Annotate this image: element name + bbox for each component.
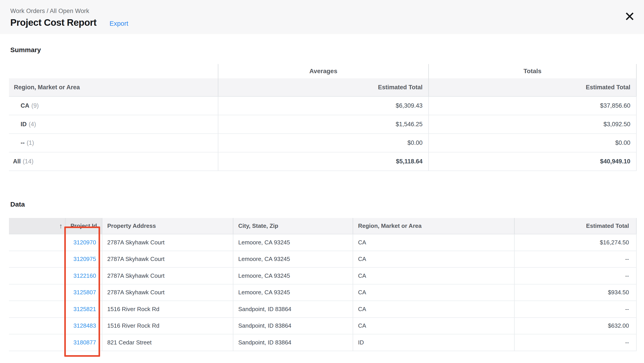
estimated-total-cell: -- — [514, 301, 636, 317]
close-button[interactable] — [625, 12, 634, 21]
blank-cell — [9, 334, 66, 351]
column-header-estimated-total[interactable]: Estimated Total — [514, 218, 636, 234]
project-id-link[interactable]: 3122160 — [74, 272, 96, 279]
summary-avg-value: $0.00 — [218, 134, 429, 152]
blank-cell — [9, 234, 66, 251]
page-title: Project Cost Report — [10, 17, 96, 28]
column-header-property-address[interactable]: Property Address — [102, 218, 233, 234]
region-cell: CA — [353, 285, 514, 301]
project-id-link[interactable]: 3180877 — [74, 339, 96, 346]
property-address-cell: 2787A Skyhawk Court — [102, 234, 233, 251]
summary-row-label: ID (4) — [9, 115, 218, 133]
property-address-cell: 2787A Skyhawk Court — [102, 251, 233, 267]
summary-group-header-row: Averages Totals — [9, 64, 636, 78]
summary-avg-value: $1,546.25 — [218, 115, 429, 133]
property-address-cell: 2787A Skyhawk Court — [102, 268, 233, 284]
project-id-link[interactable]: 3120970 — [74, 239, 96, 246]
summary-heading: Summary — [10, 34, 644, 54]
estimated-total-cell: -- — [514, 251, 636, 267]
city-state-zip-cell: Lemoore, CA 93245 — [233, 285, 353, 301]
summary-col-total-estimated-total: Estimated Total — [429, 78, 636, 96]
blank-cell — [9, 318, 66, 334]
close-icon — [625, 18, 634, 21]
summary-row-label: CA (9) — [9, 97, 218, 115]
table-row: 3120975 2787A Skyhawk Court Lemoore, CA … — [9, 251, 636, 268]
estimated-total-cell: -- — [514, 334, 636, 351]
blank-cell — [9, 268, 66, 284]
city-state-zip-cell: Lemoore, CA 93245 — [233, 268, 353, 284]
city-state-zip-cell: Lemoore, CA 93245 — [233, 251, 353, 267]
project-id-cell: 3128483 — [66, 318, 102, 334]
table-row: 3180877 821 Cedar Street Sandpoint, ID 8… — [9, 334, 636, 351]
region-cell: CA — [353, 318, 514, 334]
summary-group-totals: Totals — [429, 64, 636, 78]
table-row: 3120970 2787A Skyhawk Court Lemoore, CA … — [9, 234, 636, 251]
summary-row-label: -- (1) — [9, 134, 218, 152]
project-id-cell: 3125807 — [66, 285, 102, 301]
city-state-zip-cell: Sandpoint, ID 83864 — [233, 318, 353, 334]
blank-cell — [9, 251, 66, 267]
project-id-cell: 3120975 — [66, 251, 102, 267]
project-id-cell: 3180877 — [66, 334, 102, 351]
table-row: 3125821 1516 River Rock Rd Sandpoint, ID… — [9, 301, 636, 318]
summary-row-none: -- (1) $0.00 $0.00 — [9, 134, 636, 152]
region-cell: ID — [353, 334, 514, 351]
summary-total-value: $0.00 — [429, 134, 636, 152]
export-link[interactable]: Export — [110, 20, 128, 27]
region-cell: CA — [353, 301, 514, 317]
summary-avg-value: $5,118.64 — [218, 152, 429, 171]
region-cell: CA — [353, 251, 514, 267]
region-cell: CA — [353, 234, 514, 251]
estimated-total-cell: $632.00 — [514, 318, 636, 334]
city-state-zip-cell: Lemoore, CA 93245 — [233, 234, 353, 251]
project-id-cell: 3125821 — [66, 301, 102, 317]
data-table: ↑ Project Id Property Address City, Stat… — [9, 218, 636, 351]
blank-cell — [9, 285, 66, 301]
table-row: 3122160 2787A Skyhawk Court Lemoore, CA … — [9, 268, 636, 285]
table-row: 3128483 1516 River Rock Rd Sandpoint, ID… — [9, 318, 636, 335]
summary-col-region: Region, Market or Area — [9, 78, 218, 96]
title-row: Project Cost Report Export — [10, 17, 634, 28]
property-address-cell: 1516 River Rock Rd — [102, 318, 233, 334]
project-id-link[interactable]: 3125807 — [74, 289, 96, 296]
column-header-project-id[interactable]: Project Id — [66, 218, 102, 234]
city-state-zip-cell: Sandpoint, ID 83864 — [233, 334, 353, 351]
report-header: Work Orders / All Open Work Project Cost… — [0, 0, 644, 34]
summary-row-label: All (14) — [9, 152, 218, 171]
project-id-cell: 3122160 — [66, 268, 102, 284]
summary-row-all: All (14) $5,118.64 $40,949.10 — [9, 152, 636, 171]
data-header-row: ↑ Project Id Property Address City, Stat… — [9, 218, 636, 234]
estimated-total-cell: -- — [514, 268, 636, 284]
sort-ascending-icon: ↑ — [59, 222, 62, 230]
project-id-cell: 3120970 — [66, 234, 102, 251]
project-id-link[interactable]: 3128483 — [74, 322, 96, 329]
property-address-cell: 821 Cedar Street — [102, 334, 233, 351]
summary-avg-value: $6,309.43 — [218, 97, 429, 115]
summary-column-header-row: Region, Market or Area Estimated Total E… — [9, 78, 636, 97]
summary-total-value: $3,092.50 — [429, 115, 636, 133]
column-header-blank-sorted[interactable]: ↑ — [9, 218, 66, 234]
blank-cell — [9, 301, 66, 317]
region-cell: CA — [353, 268, 514, 284]
summary-row-id: ID (4) $1,546.25 $3,092.50 — [9, 115, 636, 134]
column-header-region[interactable]: Region, Market or Area — [353, 218, 514, 234]
summary-table: Averages Totals Region, Market or Area E… — [9, 64, 636, 171]
summary-row-ca: CA (9) $6,309.43 $37,856.60 — [9, 97, 636, 115]
project-id-link[interactable]: 3125821 — [74, 306, 96, 313]
estimated-total-cell: $934.50 — [514, 285, 636, 301]
property-address-cell: 2787A Skyhawk Court — [102, 285, 233, 301]
table-row: 3125807 2787A Skyhawk Court Lemoore, CA … — [9, 285, 636, 301]
data-heading: Data — [10, 201, 644, 208]
summary-total-value: $37,856.60 — [429, 97, 636, 115]
breadcrumb: Work Orders / All Open Work — [10, 7, 634, 14]
column-header-city-state-zip[interactable]: City, State, Zip — [233, 218, 353, 234]
summary-group-blank — [9, 64, 218, 78]
project-id-link[interactable]: 3120975 — [74, 256, 96, 263]
property-address-cell: 1516 River Rock Rd — [102, 301, 233, 317]
estimated-total-cell: $16,274.50 — [514, 234, 636, 251]
city-state-zip-cell: Sandpoint, ID 83864 — [233, 301, 353, 317]
summary-total-value: $40,949.10 — [429, 152, 636, 171]
summary-group-averages: Averages — [218, 64, 429, 78]
summary-col-avg-estimated-total: Estimated Total — [218, 78, 429, 96]
